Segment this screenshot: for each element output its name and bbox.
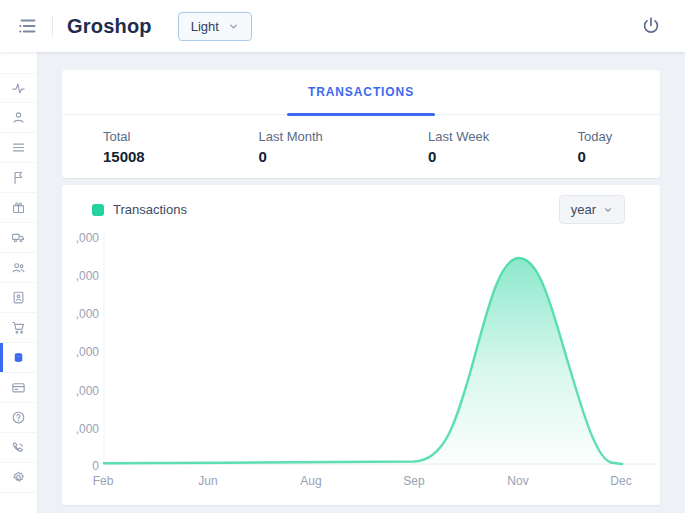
sidebar-item-activity[interactable]: [0, 73, 37, 103]
main-content: TRANSACTIONS Total 15008 Last Month 0 La…: [38, 52, 685, 513]
gear-icon: [11, 470, 26, 485]
flag-icon: [11, 170, 26, 185]
body-row: TRANSACTIONS Total 15008 Last Month 0 La…: [0, 52, 685, 513]
legend-item-transactions[interactable]: Transactions: [92, 202, 187, 217]
menu-icon: [17, 15, 39, 37]
stat-value: 0: [259, 148, 362, 165]
stat-value: 0: [428, 148, 511, 165]
stat-label: Last Week: [428, 129, 511, 144]
stat-value: 15008: [103, 148, 212, 165]
x-tick-label: Aug: [300, 474, 321, 488]
sidebar-item-flag[interactable]: [0, 163, 37, 193]
y-tick-label: ,000: [76, 422, 100, 436]
stat-last-month: Last Month 0: [212, 129, 362, 165]
sidebar-item-cart[interactable]: [0, 313, 37, 343]
sidebar-item-id-badge[interactable]: [0, 283, 37, 313]
credit-card-icon: [11, 380, 26, 395]
topbar-divider: [52, 15, 53, 37]
y-tick-label: ,000: [76, 231, 100, 245]
legend-label: Transactions: [113, 202, 187, 217]
sidebar-item-list[interactable]: [0, 133, 37, 163]
cart-icon: [11, 320, 26, 335]
chart-header: Transactions year: [62, 185, 660, 228]
sidebar-item-transactions[interactable]: [0, 343, 37, 373]
id-badge-icon: [11, 290, 26, 305]
activity-icon: [11, 81, 26, 96]
y-tick-label: ,000: [76, 269, 100, 283]
tab-bar: TRANSACTIONS: [62, 70, 660, 115]
help-icon: [11, 410, 26, 425]
gift-icon: [11, 200, 26, 215]
tab-active-underline: [287, 113, 435, 116]
sidebar-item-users[interactable]: [0, 253, 37, 283]
tab-transactions[interactable]: TRANSACTIONS: [286, 70, 436, 114]
stat-value: 0: [578, 148, 661, 165]
theme-selector-value: Light: [191, 19, 219, 34]
sidebar-item-help[interactable]: [0, 403, 37, 433]
chevron-down-icon: [603, 205, 613, 215]
topbar: Groshop Light: [0, 0, 685, 52]
user-icon: [11, 110, 26, 125]
x-tick-label: Feb: [93, 474, 114, 488]
list-icon: [11, 140, 26, 155]
tab-label: TRANSACTIONS: [308, 85, 414, 99]
y-tick-label: 0: [92, 459, 99, 473]
y-tick-label: ,000: [76, 307, 100, 321]
sidebar-item-credit-card[interactable]: [0, 373, 37, 403]
stat-last-week: Last Week 0: [361, 129, 511, 165]
menu-button[interactable]: [14, 12, 42, 40]
stats-card: TRANSACTIONS Total 15008 Last Month 0 La…: [62, 70, 660, 178]
sidebar-item-settings[interactable]: [0, 463, 37, 493]
power-icon: [640, 15, 662, 37]
sidebar-item-user[interactable]: [0, 103, 37, 133]
stat-label: Total: [103, 129, 212, 144]
x-tick-label: Nov: [507, 474, 528, 488]
y-tick-label: ,000: [76, 345, 100, 359]
range-selector-value: year: [571, 202, 596, 217]
range-selector[interactable]: year: [559, 195, 625, 224]
stat-label: Today: [578, 129, 661, 144]
stats-row: Total 15008 Last Month 0 Last Week 0 Tod…: [62, 115, 660, 178]
truck-icon: [11, 230, 26, 245]
sidebar: [0, 52, 38, 513]
x-tick-label: Jun: [198, 474, 217, 488]
stat-total: Total 15008: [62, 129, 212, 165]
stat-today: Today 0: [511, 129, 661, 165]
stat-label: Last Month: [259, 129, 362, 144]
power-button[interactable]: [637, 12, 665, 40]
theme-selector[interactable]: Light: [178, 12, 252, 41]
coins-icon: [11, 350, 26, 365]
phone-icon: [11, 440, 26, 455]
sidebar-item-gift[interactable]: [0, 193, 37, 223]
x-tick-label: Sep: [403, 474, 425, 488]
x-tick-label: Dec: [610, 474, 631, 488]
sidebar-item-phone[interactable]: [0, 433, 37, 463]
app-window: Groshop Light: [0, 0, 685, 513]
users-icon: [11, 260, 26, 275]
y-tick-label: ,000: [76, 384, 100, 398]
transactions-area-chart: ,000 ,000 ,000 ,000 ,000 ,000 0 Feb Jun …: [62, 228, 660, 505]
legend-swatch: [92, 204, 104, 216]
sidebar-item-truck[interactable]: [0, 223, 37, 253]
chevron-down-icon: [228, 21, 239, 32]
app-title: Groshop: [67, 15, 152, 38]
chart-card: Transactions year: [62, 185, 660, 505]
